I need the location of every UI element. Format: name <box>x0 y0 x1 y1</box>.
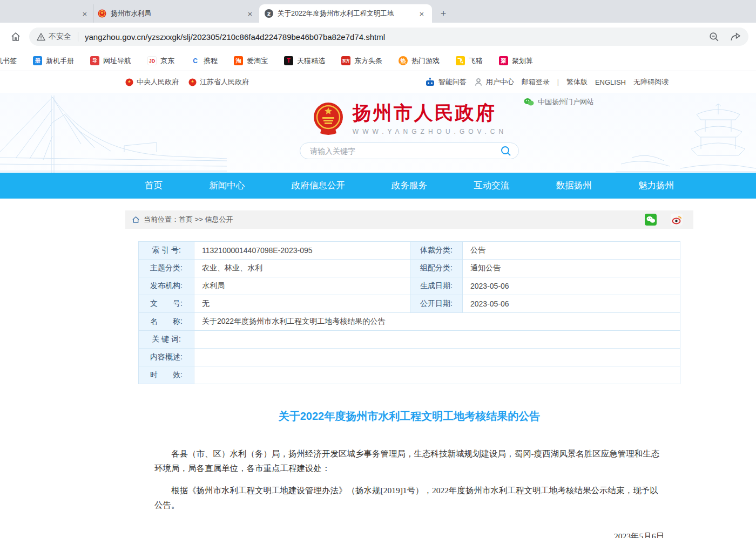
link-label: 智能问答 <box>438 77 467 87</box>
meta-value: 11321000014407098E-2023-095 <box>194 242 410 260</box>
bookmark-item[interactable]: 淘爱淘宝 <box>234 56 268 66</box>
table-row: 文 号: 无 公开日期: 2023-05-06 <box>139 295 680 313</box>
bookmark-item[interactable]: 聚聚划算 <box>499 56 533 66</box>
meta-label: 索 引 号: <box>139 242 194 260</box>
site-url-text: WWW.YANGZHOU.GOV.CN <box>353 128 507 135</box>
bookmark-label: 机书签 <box>0 56 17 66</box>
link-central-gov[interactable]: 中央人民政府 <box>125 77 179 87</box>
meta-label: 名 称: <box>139 313 194 331</box>
zoom-out-icon[interactable] <box>708 31 720 43</box>
site-search[interactable] <box>300 142 519 159</box>
tab-close-icon[interactable]: × <box>245 9 255 18</box>
bookmark-item[interactable]: JD京东 <box>147 56 174 66</box>
bookmark-label: 东方头条 <box>354 56 382 66</box>
breadcrumb-text[interactable]: 当前位置：首页 >> 信息公开 <box>144 215 233 224</box>
bookmark-item[interactable]: 导网址导航 <box>90 56 131 66</box>
home-icon[interactable] <box>8 29 24 45</box>
tab-active-article[interactable]: z 关于2022年度扬州市水利工程文明工地 × <box>259 4 432 23</box>
article-paragraph: 根据《扬州市水利工程文明工地建设管理办法》（扬水规[2019]1号），2022年… <box>154 483 664 512</box>
nav-info-disclosure[interactable]: 政府信息公开 <box>292 180 345 192</box>
wechat-icon <box>524 98 534 106</box>
tab-title: 关于2022年度扬州市水利工程文明工地 <box>278 9 413 18</box>
english-version-link[interactable]: ENGLISH <box>595 78 626 86</box>
meta-value: 无 <box>194 295 410 313</box>
bookmark-favicon: 热 <box>399 56 408 65</box>
meta-label: 公开日期: <box>410 295 463 313</box>
security-label: 不安全 <box>49 32 71 42</box>
bookmark-label: 新机手册 <box>46 56 74 66</box>
article-date: 2023年5月6日 <box>154 529 664 538</box>
browser-toolbar: 不安全 yangzhou.gov.cn/yzszxxgk/slj/202305/… <box>0 23 756 51</box>
tab-close-icon[interactable]: × <box>80 9 90 18</box>
site-banner: 中国扬州门户网站 扬州市人民政府 WWW.YANGZHOU.GOV.CN <box>0 93 756 173</box>
site-logo[interactable]: 扬州市人民政府 WWW.YANGZHOU.GOV.CN <box>125 93 693 135</box>
meta-value: 农业、林业、水利 <box>194 260 410 277</box>
document-meta-table: 索 引 号: 11321000014407098E-2023-095 体裁分类:… <box>138 241 680 384</box>
url-text[interactable]: yangzhou.gov.cn/yzszxxgk/slj/202305/210c… <box>85 32 703 42</box>
article-title: 关于2022年度扬州市水利工程文明工地考核结果的公告 <box>154 409 664 424</box>
meta-value: 2023-05-06 <box>463 295 680 313</box>
bookmark-favicon: 飞 <box>456 56 465 65</box>
share-icon[interactable] <box>730 31 741 43</box>
site-utility-bar: 中央人民政府 江苏省人民政府 智能问答 用户中心 邮箱登录 | 繁体版 ENGL… <box>0 71 756 93</box>
mail-login-link[interactable]: 邮箱登录 <box>522 77 550 87</box>
table-row: 内容概述: <box>139 349 680 366</box>
site-title: 扬州市人民政府 <box>353 100 507 126</box>
bookmark-item[interactable]: 册新机手册 <box>33 56 74 66</box>
portal-site-link[interactable]: 中国扬州门户网站 <box>524 97 594 107</box>
meta-label: 主题分类: <box>139 260 194 277</box>
nav-data-yangzhou[interactable]: 数据扬州 <box>556 180 592 192</box>
national-emblem-icon <box>312 101 345 135</box>
traditional-version-link[interactable]: 繁体版 <box>566 77 588 87</box>
bookmark-item[interactable]: T天猫精选 <box>284 56 325 66</box>
bookmark-label: 聚划算 <box>512 56 533 66</box>
nav-home[interactable]: 首页 <box>145 180 163 192</box>
weibo-share-icon[interactable] <box>671 214 683 226</box>
user-center-link[interactable]: 用户中心 <box>474 77 514 87</box>
tab-close-icon[interactable]: × <box>417 9 427 18</box>
table-row: 索 引 号: 11321000014407098E-2023-095 体裁分类:… <box>139 242 680 260</box>
link-label: 江苏省人民政府 <box>200 77 249 87</box>
bookmark-label: 天猫精选 <box>297 56 325 66</box>
link-label: ENGLISH <box>595 78 626 86</box>
bookmark-label: 热门游戏 <box>411 56 440 66</box>
link-label: 无障碍阅读 <box>633 77 669 87</box>
wechat-share-icon[interactable] <box>645 214 657 226</box>
bookmarks-bar: 机书签 册新机手册 导网址导航 JD京东 C携程 淘爱淘宝 T天猫精选 东方东方… <box>0 51 756 71</box>
nav-gov-services[interactable]: 政务服务 <box>392 180 427 192</box>
bookmark-item[interactable]: 飞飞猪 <box>456 56 483 66</box>
bookmark-item[interactable]: 热热门游戏 <box>399 56 440 66</box>
search-input[interactable] <box>310 147 500 155</box>
breadcrumb: 当前位置：首页 >> 信息公开 <box>125 210 693 229</box>
meta-value <box>194 349 680 366</box>
bookmark-favicon: 册 <box>33 56 42 65</box>
divider: | <box>557 78 559 86</box>
smart-qa-link[interactable]: 智能问答 <box>425 77 467 87</box>
table-row: 主题分类: 农业、林业、水利 组配分类: 通知公告 <box>139 260 680 277</box>
meta-value: 通知公告 <box>463 260 680 277</box>
table-row: 时 效: <box>139 366 680 384</box>
link-jiangsu-gov[interactable]: 江苏省人民政府 <box>188 77 249 87</box>
security-chip[interactable]: 不安全 <box>37 32 71 42</box>
tab-partial[interactable]: × <box>0 4 93 23</box>
article-paragraph: 各县（市、区）水利（务）局，扬州经济开发区城乡事务管理局，生态科技新城规划建设局… <box>154 446 664 475</box>
nav-news-center[interactable]: 新闻中心 <box>209 180 245 192</box>
tab-shuiliju[interactable]: 扬州市水利局 × <box>93 4 259 23</box>
link-label: 邮箱登录 <box>522 77 550 87</box>
search-icon[interactable] <box>500 145 512 157</box>
accessibility-link[interactable]: 无障碍阅读 <box>633 77 669 87</box>
address-bar[interactable]: 不安全 yangzhou.gov.cn/yzszxxgk/slj/202305/… <box>29 28 748 46</box>
bookmark-item[interactable]: C携程 <box>191 56 218 66</box>
bookmark-favicon: 导 <box>90 56 99 65</box>
bookmark-item[interactable]: 东方东方头条 <box>341 56 382 66</box>
meta-label: 文 号: <box>139 295 194 313</box>
bookmark-item[interactable]: 机书签 <box>0 56 17 66</box>
new-tab-button[interactable]: + <box>436 6 450 21</box>
meta-label: 内容概述: <box>139 349 194 366</box>
nav-charm-yangzhou[interactable]: 魅力扬州 <box>638 180 674 192</box>
home-icon[interactable] <box>132 216 140 223</box>
meta-value: 水利局 <box>194 277 410 295</box>
nav-interaction[interactable]: 互动交流 <box>474 180 509 192</box>
bookmark-favicon: T <box>284 56 293 65</box>
tab-title: 扬州市水利局 <box>111 9 241 18</box>
